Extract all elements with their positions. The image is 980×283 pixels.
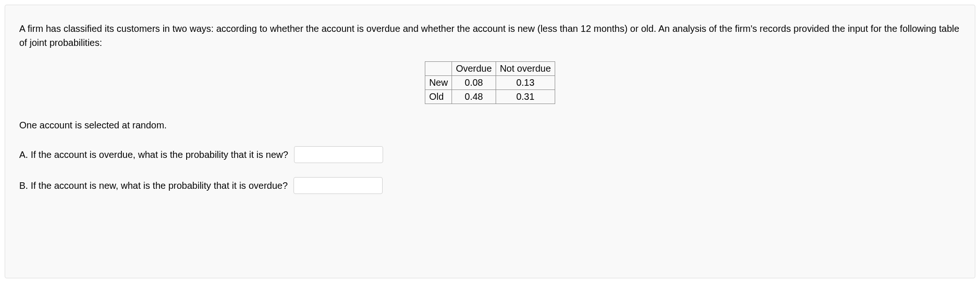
- cell-new-not-overdue: 0.13: [496, 76, 555, 90]
- subtext-paragraph: One account is selected at random.: [19, 118, 961, 132]
- question-a-label: A. If the account is overdue, what is th…: [19, 148, 288, 162]
- cell-old-not-overdue: 0.31: [496, 90, 555, 104]
- answer-a-input[interactable]: [294, 146, 383, 163]
- question-container: A firm has classified its customers in t…: [5, 5, 975, 278]
- cell-new-overdue: 0.08: [452, 76, 496, 90]
- intro-paragraph: A firm has classified its customers in t…: [19, 22, 961, 50]
- table-wrapper: Overdue Not overdue New 0.08 0.13 Old 0.…: [19, 61, 961, 104]
- cell-old-overdue: 0.48: [452, 90, 496, 104]
- table-row: Old 0.48 0.31: [425, 90, 555, 104]
- question-b-label: B. If the account is new, what is the pr…: [19, 179, 288, 193]
- question-b-row: B. If the account is new, what is the pr…: [19, 177, 961, 194]
- table-header-blank: [425, 62, 452, 76]
- table-header-overdue: Overdue: [452, 62, 496, 76]
- table-row: New 0.08 0.13: [425, 76, 555, 90]
- table-header-not-overdue: Not overdue: [496, 62, 555, 76]
- question-a-row: A. If the account is overdue, what is th…: [19, 146, 961, 163]
- row-label-old: Old: [425, 90, 452, 104]
- answer-b-input[interactable]: [294, 177, 383, 194]
- probability-table: Overdue Not overdue New 0.08 0.13 Old 0.…: [425, 61, 555, 104]
- row-label-new: New: [425, 76, 452, 90]
- table-header-row: Overdue Not overdue: [425, 62, 555, 76]
